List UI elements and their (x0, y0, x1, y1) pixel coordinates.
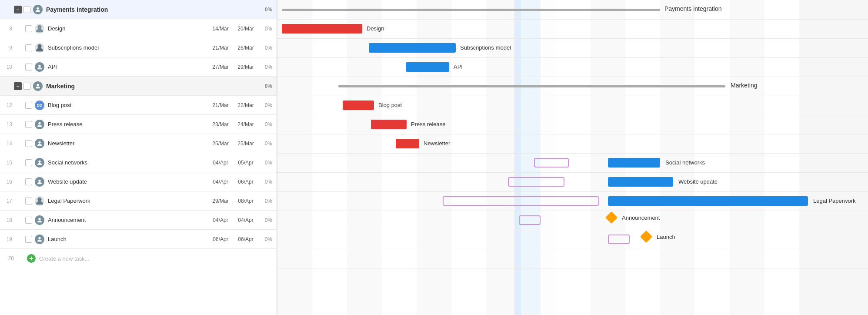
gantt-bar-api[interactable] (406, 62, 449, 72)
end-date-14: 25/Mar (233, 141, 258, 147)
task-name-17: Legal Paperwork (48, 198, 208, 204)
gantt-label-api: API (454, 64, 463, 70)
svg-point-7 (38, 160, 40, 162)
group-checkbox-payments[interactable] (23, 6, 30, 13)
svg-point-5 (38, 122, 40, 124)
gantt-bar-announcement-lavender (519, 215, 541, 225)
row-number-15: 15 (2, 160, 14, 166)
svg-point-1 (37, 25, 41, 29)
row-number-14: 14 (2, 141, 14, 147)
gantt-bar-legalpaperwork-blue[interactable] (608, 196, 808, 206)
gantt-label-launch: Launch (657, 234, 675, 240)
pct-18: 0% (258, 217, 275, 223)
checkbox-13[interactable] (25, 121, 32, 128)
collapse-button-payments[interactable]: − (14, 6, 22, 13)
end-date-19: 06/Apr (233, 236, 258, 242)
start-date-16: 04/Apr (208, 179, 233, 185)
gantt-bar-socialnetworks-blue[interactable] (608, 158, 660, 168)
collapse-button-marketing[interactable]: − (14, 82, 22, 90)
end-date-15: 05/Apr (233, 160, 258, 166)
gantt-bar-websiteupdate-lavender (508, 177, 564, 187)
row-border-10 (277, 211, 868, 211)
app-container: − Payments integration 0% 8 Design 14/Ma… (0, 0, 868, 315)
checkbox-9[interactable] (25, 44, 32, 51)
checkbox-16[interactable] (25, 178, 32, 185)
checkbox-15[interactable] (25, 159, 32, 166)
task-row-12: 12 DD Blog post 21/Mar 22/Mar 0% (0, 96, 277, 115)
row-border-7 (277, 153, 868, 154)
pct-17: 0% (258, 198, 275, 204)
svg-point-3 (38, 64, 40, 67)
task-name-15: Social networks (48, 159, 208, 166)
task-row-8: 8 Design 14/Mar 20/Mar 0% (0, 19, 277, 38)
gantt-group-label-marketing: Marketing (731, 82, 757, 89)
task-row-18: 18 Announcement 04/Apr 04/Apr 0% (0, 211, 277, 230)
start-date-17: 29/Mar (208, 198, 233, 204)
gantt-bar-socialnetworks-lavender (534, 158, 569, 168)
pct-19: 0% (258, 236, 275, 242)
add-task-icon[interactable] (27, 254, 36, 263)
row-border-0 (277, 19, 868, 20)
start-date-18: 04/Apr (208, 217, 233, 223)
avatar-17 (35, 196, 44, 206)
svg-point-9 (37, 197, 41, 201)
checkbox-12[interactable] (25, 102, 32, 109)
row-number-18: 18 (2, 217, 14, 223)
checkbox-18[interactable] (25, 217, 32, 224)
gantt-label-legalpaperwork: Legal Paperwork (813, 198, 856, 204)
gantt-label-announcement: Announcement (622, 214, 660, 221)
checkbox-17[interactable] (25, 198, 32, 204)
task-name-8: Design (48, 25, 208, 32)
group-checkbox-marketing[interactable] (23, 83, 30, 90)
gantt-panel: Payments integration Design Subscription… (277, 0, 868, 315)
row-number-12: 12 (2, 102, 14, 108)
gantt-bar-pressrelease[interactable] (371, 120, 407, 129)
checkbox-19[interactable] (25, 236, 32, 243)
end-date-9: 26/Mar (233, 45, 258, 51)
start-date-8: 14/Mar (208, 26, 233, 32)
svg-point-11 (38, 237, 40, 239)
checkbox-14[interactable] (25, 140, 32, 147)
start-date-12: 21/Mar (208, 102, 233, 108)
task-row-15: 15 Social networks 04/Apr 05/Apr 0% (0, 153, 277, 172)
row-number-20: 20 (3, 255, 16, 261)
task-row-13: 13 Press release 23/Mar 24/Mar 0% (0, 115, 277, 134)
end-date-18: 04/Apr (233, 217, 258, 223)
gantt-bar-legalpaperwork-lavender (443, 196, 599, 206)
create-task-row[interactable]: 20 Create a new task... (0, 249, 277, 268)
start-date-15: 04/Apr (208, 160, 233, 166)
row-number-16: 16 (2, 179, 14, 185)
gantt-bar-design[interactable] (282, 24, 362, 34)
pct-8: 0% (258, 26, 275, 32)
group-name-payments: Payments integration (46, 6, 258, 13)
task-name-12: Blog post (48, 102, 208, 108)
row-border-4 (277, 96, 868, 96)
pct-15: 0% (258, 160, 275, 166)
avatar-13 (35, 120, 44, 129)
task-list-panel: − Payments integration 0% 8 Design 14/Ma… (0, 0, 277, 315)
svg-point-6 (38, 141, 40, 143)
avatar-12: DD (35, 101, 44, 110)
start-date-19: 06/Apr (208, 236, 233, 242)
avatar-15 (35, 158, 44, 168)
gantt-label-subscriptions: Subscriptions model (460, 44, 511, 51)
checkbox-10[interactable] (25, 64, 32, 70)
row-border-1 (277, 38, 868, 39)
gantt-bar-newsletter[interactable] (396, 139, 419, 148)
avatar-9 (35, 43, 44, 53)
task-row-10: 10 API 27/Mar 29/Mar 0% (0, 57, 277, 77)
gantt-bar-websiteupdate-blue[interactable] (608, 177, 673, 187)
gantt-bar-subscriptions[interactable] (369, 43, 456, 53)
create-task-label: Create a new task... (39, 255, 90, 262)
row-number-13: 13 (2, 121, 14, 127)
task-name-18: Announcement (48, 217, 208, 223)
row-number-9: 9 (2, 45, 14, 51)
task-name-19: Launch (48, 236, 208, 242)
svg-point-2 (37, 44, 41, 48)
task-row-16: 16 Website update 04/Apr 06/Apr 0% (0, 172, 277, 191)
avatar-19 (35, 235, 44, 244)
avatar-14 (35, 139, 44, 148)
gantt-bar-blogpost[interactable] (343, 101, 374, 110)
checkbox-8[interactable] (25, 25, 32, 32)
gantt-chart: Payments integration Design Subscription… (277, 0, 868, 315)
